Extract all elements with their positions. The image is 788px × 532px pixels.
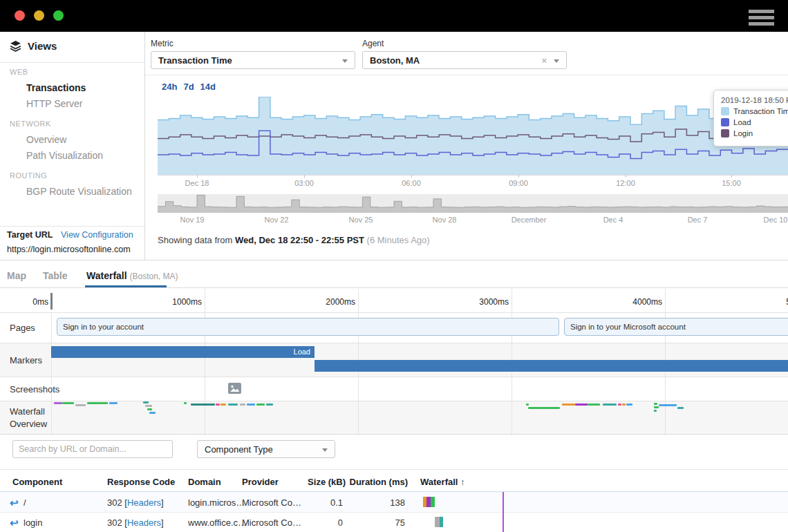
marker-bar-load[interactable]: Load <box>51 346 315 358</box>
close-window-icon[interactable] <box>15 10 25 21</box>
column-header-component[interactable]: Component <box>12 477 62 487</box>
column-header-domain[interactable]: Domain <box>188 477 221 487</box>
overview-request-mark <box>221 403 226 406</box>
chart-legend-tooltip: 2019-12-18 18:50 PST Transaction Time Lo… <box>713 90 788 146</box>
sidebar-item-bgp-route-visualization[interactable]: BGP Route Visualization <box>26 186 132 197</box>
overview-request-mark <box>240 403 245 406</box>
tab-waterfall[interactable]: Waterfall (Boston, MA) <box>86 270 178 281</box>
overview-tick-label: Nov 19 <box>180 216 205 224</box>
overview-request-mark <box>145 405 152 407</box>
page-box-sign-in-microsoft-account[interactable]: Sign in to your Microsoft account <box>564 318 788 336</box>
metric-dropdown[interactable]: Transaction Time <box>151 51 355 69</box>
views-title: Views <box>28 40 57 52</box>
x-axis-line <box>158 175 788 175</box>
marker-bar-2[interactable] <box>315 360 788 372</box>
axis-tick-label: Dec 18 <box>185 179 209 187</box>
tab-waterfall-agent: (Boston, MA) <box>130 272 178 281</box>
sidebar-item-transactions[interactable]: Transactions <box>26 82 86 93</box>
range-14d-link[interactable]: 14d <box>200 82 216 92</box>
overview-request-mark <box>109 402 118 404</box>
size-cell: 0 <box>338 517 343 528</box>
load-swatch <box>721 118 729 126</box>
zero-ms-marker <box>50 293 53 310</box>
tab-map[interactable]: Map <box>7 270 26 281</box>
axis-tick-label: 15:00 <box>722 179 741 187</box>
divider <box>0 469 788 470</box>
range-7d-link[interactable]: 7d <box>183 82 194 92</box>
minibar-segment <box>435 517 440 527</box>
overview-request-mark <box>654 403 657 405</box>
domain-cell: www.office.c… <box>188 517 247 528</box>
axis-tick <box>197 175 198 178</box>
window-titlebar <box>0 0 788 32</box>
overview-tick-label: Nov 28 <box>433 216 457 224</box>
agent-value: Boston, MA <box>370 55 420 66</box>
divider <box>0 226 144 227</box>
column-header-duration[interactable]: Duration (ms) <box>350 477 409 487</box>
waterfall-time-cursor <box>503 492 504 532</box>
overview-request-mark <box>618 403 621 406</box>
overview-request-mark <box>528 407 560 409</box>
minimize-window-icon[interactable] <box>34 10 44 21</box>
search-input[interactable] <box>12 440 173 458</box>
agent-dropdown[interactable]: Boston, MA × <box>362 51 567 69</box>
range-24h-link[interactable]: 24h <box>162 82 177 92</box>
minibar-segment <box>440 517 443 527</box>
tab-table[interactable]: Table <box>43 270 68 281</box>
component-cell[interactable]: / <box>24 497 26 508</box>
overview-request-mark <box>659 404 677 406</box>
overview-tick-label: Dec 4 <box>603 216 623 224</box>
component-cell[interactable]: login <box>24 517 42 528</box>
divider <box>0 62 144 63</box>
agent-label: Agent <box>362 39 384 48</box>
overview-request-mark <box>575 403 588 406</box>
column-header-response-code[interactable]: Response Code <box>107 477 175 487</box>
overview-request-mark <box>228 403 238 406</box>
column-header-size-kb[interactable]: Size (kB) <box>308 477 346 487</box>
headers-link[interactable]: Headers <box>127 497 161 508</box>
overview-tick-label: Dec 7 <box>688 216 708 224</box>
divider <box>0 434 788 435</box>
waterfall-minibar <box>435 517 443 527</box>
sidebar-item-overview[interactable]: Overview <box>26 134 66 145</box>
headers-link[interactable]: Headers <box>127 517 161 528</box>
overview-tick-label: December <box>512 216 547 224</box>
column-header-waterfall[interactable]: Waterfall ↑ <box>420 477 465 487</box>
duration-cell: 138 <box>390 497 405 508</box>
overview-request-mark <box>622 403 626 406</box>
column-header-size[interactable]: Provider <box>242 477 279 487</box>
clear-agent-icon[interactable]: × <box>541 52 547 70</box>
view-configuration-link[interactable]: View Configuration <box>61 230 133 240</box>
redirect-icon: ↩ <box>10 517 19 529</box>
axis-tick-label: 03:00 <box>294 179 314 187</box>
views-sidebar: Views WEB Transactions HTTP Server NETWO… <box>0 32 145 260</box>
axis-tick <box>411 175 412 178</box>
chevron-down-icon <box>322 448 328 452</box>
overview-request-mark <box>247 403 255 406</box>
waterfall-axis-label: 0ms <box>32 297 48 307</box>
transaction-time-chart[interactable] <box>158 97 788 175</box>
screenshot-thumbnail-icon[interactable] <box>228 383 241 394</box>
overview-brush-chart[interactable] <box>158 194 788 213</box>
overview-request-mark <box>191 403 215 406</box>
page-box-sign-in-account[interactable]: Sign in to your account <box>57 318 559 336</box>
screenshots-row-label: Screenshots <box>10 384 59 395</box>
waterfall-overview-minimap[interactable] <box>0 401 788 434</box>
overview-request-mark <box>626 403 632 406</box>
axis-tick <box>731 175 732 178</box>
provider-cell: Microsoft Co… <box>242 497 301 508</box>
overview-request-mark <box>526 403 529 406</box>
sidebar-item-path-visualization[interactable]: Path Visualization <box>26 150 103 161</box>
overview-request-mark <box>677 407 684 409</box>
hamburger-menu-icon[interactable] <box>749 10 774 28</box>
maximize-window-icon[interactable] <box>53 10 64 21</box>
axis-tick-label: 12:00 <box>616 179 635 187</box>
divider <box>0 343 788 343</box>
sidebar-item-http-server[interactable]: HTTP Server <box>26 98 82 109</box>
component-type-dropdown[interactable]: Component Type <box>197 440 335 458</box>
overview-request-mark <box>54 402 62 404</box>
legend-item-transaction-time: Transaction Time <box>721 107 788 115</box>
overview-request-mark <box>588 403 600 406</box>
time-range-links: 24h7d14d <box>162 82 222 92</box>
divider <box>145 75 788 75</box>
